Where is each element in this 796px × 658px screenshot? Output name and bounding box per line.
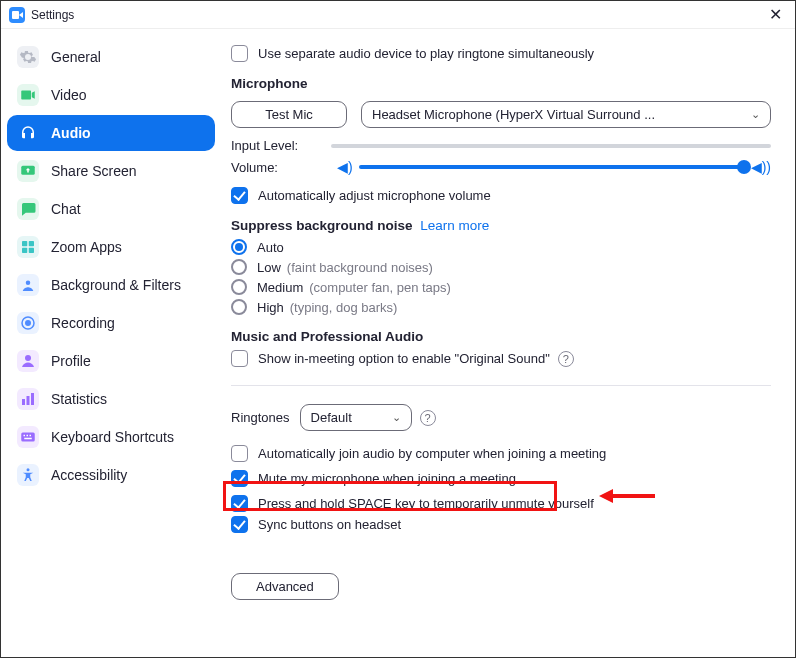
heading-microphone: Microphone <box>231 76 771 91</box>
divider <box>231 385 771 386</box>
svg-rect-16 <box>24 438 32 440</box>
checkbox-press-space-unmute[interactable] <box>231 495 248 512</box>
svg-rect-10 <box>27 396 30 405</box>
sidebar-item-label: Share Screen <box>51 163 137 179</box>
input-level-meter <box>331 144 771 148</box>
sidebar-item-recording[interactable]: Recording <box>7 305 215 341</box>
sidebar-item-share-screen[interactable]: Share Screen <box>7 153 215 189</box>
checkbox-original-sound[interactable] <box>231 350 248 367</box>
label-sync-headset: Sync buttons on headset <box>258 517 401 532</box>
test-mic-button[interactable]: Test Mic <box>231 101 347 128</box>
heading-music: Music and Professional Audio <box>231 329 771 344</box>
content-audio: Use separate audio device to play ringto… <box>221 29 795 657</box>
accessibility-icon <box>17 464 39 486</box>
sidebar-item-label: Video <box>51 87 87 103</box>
close-button[interactable]: ✕ <box>763 5 787 24</box>
app-icon <box>9 7 25 23</box>
speaker-low-icon: ◀) <box>337 159 353 175</box>
sidebar-item-label: General <box>51 49 101 65</box>
sidebar-item-general[interactable]: General <box>7 39 215 75</box>
advanced-button[interactable]: Advanced <box>231 573 339 600</box>
sidebar-item-label: Chat <box>51 201 81 217</box>
speaker-high-icon: ◀)) <box>751 159 771 175</box>
keyboard-icon <box>17 426 39 448</box>
volume-slider[interactable] <box>359 165 745 169</box>
label-ringtones: Ringtones <box>231 410 290 425</box>
svg-point-5 <box>26 281 31 286</box>
sidebar-item-label: Statistics <box>51 391 107 407</box>
sidebar-item-accessibility[interactable]: Accessibility <box>7 457 215 493</box>
svg-rect-1 <box>22 241 27 246</box>
label-original-sound: Show in-meeting option to enable "Origin… <box>258 351 550 366</box>
label-auto-join-audio: Automatically join audio by computer whe… <box>258 446 606 461</box>
sidebar-item-background-filters[interactable]: Background & Filters <box>7 267 215 303</box>
sidebar-item-profile[interactable]: Profile <box>7 343 215 379</box>
sidebar-item-label: Keyboard Shortcuts <box>51 429 174 445</box>
chat-icon <box>17 198 39 220</box>
sidebar-item-label: Accessibility <box>51 467 127 483</box>
sidebar-item-video[interactable]: Video <box>7 77 215 113</box>
hint-noise-medium: (computer fan, pen taps) <box>309 280 451 295</box>
help-icon[interactable]: ? <box>558 351 574 367</box>
svg-rect-11 <box>31 393 34 405</box>
chevron-down-icon: ⌄ <box>751 108 760 121</box>
apps-icon <box>17 236 39 258</box>
window-title: Settings <box>31 8 74 22</box>
ringtones-select[interactable]: Default ⌄ <box>300 404 412 431</box>
sidebar-item-chat[interactable]: Chat <box>7 191 215 227</box>
gear-icon <box>17 46 39 68</box>
sidebar-item-label: Audio <box>51 125 91 141</box>
statistics-icon <box>17 388 39 410</box>
mic-device-value: Headset Microphone (HyperX Virtual Surro… <box>372 107 655 122</box>
radio-noise-high[interactable] <box>231 299 247 315</box>
sidebar-item-label: Zoom Apps <box>51 239 122 255</box>
headphones-icon <box>17 122 39 144</box>
sidebar-item-label: Background & Filters <box>51 277 181 293</box>
sidebar-item-label: Recording <box>51 315 115 331</box>
label-separate-ringtone: Use separate audio device to play ringto… <box>258 46 594 61</box>
background-icon <box>17 274 39 296</box>
video-icon <box>17 84 39 106</box>
hint-noise-high: (typing, dog barks) <box>290 300 398 315</box>
label-press-space-unmute: Press and hold SPACE key to temporarily … <box>258 496 594 511</box>
radio-noise-low[interactable] <box>231 259 247 275</box>
svg-rect-14 <box>27 435 29 437</box>
label-noise-auto: Auto <box>257 240 284 255</box>
radio-noise-auto[interactable] <box>231 239 247 255</box>
radio-noise-medium[interactable] <box>231 279 247 295</box>
svg-rect-13 <box>24 435 26 437</box>
profile-icon <box>17 350 39 372</box>
titlebar: Settings ✕ <box>1 1 795 29</box>
label-input-level: Input Level: <box>231 138 331 153</box>
svg-point-8 <box>25 355 31 361</box>
sidebar-item-audio[interactable]: Audio <box>7 115 215 151</box>
checkbox-separate-ringtone[interactable] <box>231 45 248 62</box>
svg-rect-15 <box>30 435 32 437</box>
svg-point-17 <box>27 468 30 471</box>
sidebar: General Video Audio Share Screen <box>1 29 221 657</box>
label-volume: Volume: <box>231 160 331 175</box>
label-noise-high: High <box>257 300 284 315</box>
svg-rect-4 <box>29 248 34 253</box>
sidebar-item-keyboard-shortcuts[interactable]: Keyboard Shortcuts <box>7 419 215 455</box>
label-mute-on-join: Mute my microphone when joining a meetin… <box>258 471 516 486</box>
checkbox-auto-join-audio[interactable] <box>231 445 248 462</box>
checkbox-auto-volume[interactable] <box>231 187 248 204</box>
recording-icon <box>17 312 39 334</box>
svg-point-7 <box>25 320 31 326</box>
mic-device-select[interactable]: Headset Microphone (HyperX Virtual Surro… <box>361 101 771 128</box>
label-noise-low: Low <box>257 260 281 275</box>
hint-noise-low: (faint background noises) <box>287 260 433 275</box>
sidebar-item-label: Profile <box>51 353 91 369</box>
ringtones-value: Default <box>311 410 352 425</box>
svg-rect-9 <box>22 399 25 405</box>
chevron-down-icon: ⌄ <box>392 411 401 424</box>
sidebar-item-zoom-apps[interactable]: Zoom Apps <box>7 229 215 265</box>
svg-rect-2 <box>29 241 34 246</box>
link-learn-more[interactable]: Learn more <box>420 218 489 233</box>
help-icon[interactable]: ? <box>420 410 436 426</box>
checkbox-mute-on-join[interactable] <box>231 470 248 487</box>
checkbox-sync-headset[interactable] <box>231 516 248 533</box>
label-noise-medium: Medium <box>257 280 303 295</box>
sidebar-item-statistics[interactable]: Statistics <box>7 381 215 417</box>
